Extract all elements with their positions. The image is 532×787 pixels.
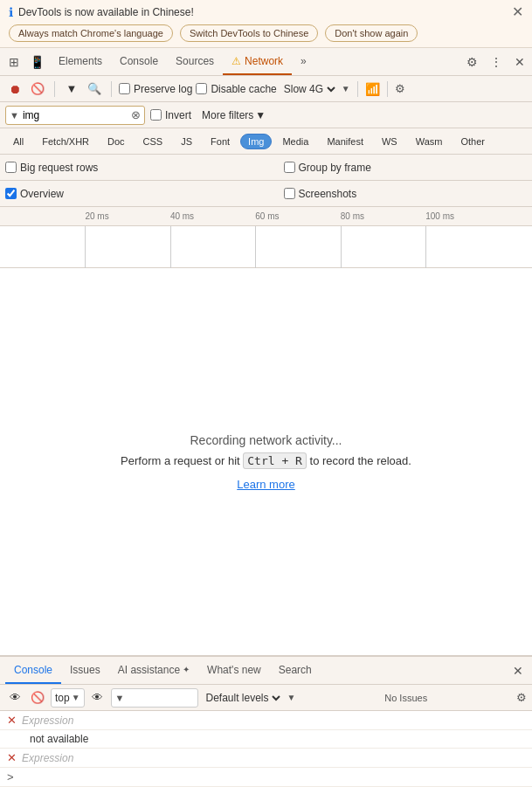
record-button[interactable]: ⏺ xyxy=(5,79,24,99)
type-filter-chip-manifest[interactable]: Manifest xyxy=(319,134,371,149)
ruler-mark-20ms: 20 ms xyxy=(85,211,108,221)
more-filters-button[interactable]: More filters ▼ xyxy=(197,107,271,123)
devtools-tabs: ⊞ 📱 Elements Console Sources ⚠ Network »… xyxy=(0,48,532,76)
tab-network[interactable]: ⚠ Network xyxy=(223,48,292,75)
screenshots-label[interactable]: Screenshots xyxy=(284,188,357,200)
bottom-panel: Console Issues AI assistance ✦ What's ne… xyxy=(0,655,532,787)
match-language-button[interactable]: Always match Chrome's language xyxy=(9,24,173,42)
bottom-tabs: Console Issues AI assistance ✦ What's ne… xyxy=(0,657,532,685)
network-toolbar-1: ⏺ 🚫 ▼ 🔍 Preserve log Disable cache Slow … xyxy=(0,76,532,102)
type-filter-chip-font[interactable]: Font xyxy=(203,134,238,149)
timeline-ruler: 20 ms40 ms60 ms80 ms100 ms xyxy=(0,207,532,226)
ruler-mark-60ms: 60 ms xyxy=(255,211,279,221)
eye-icon-button[interactable]: 👁 xyxy=(88,688,107,708)
more-filters-chevron-icon: ▼ xyxy=(255,109,266,121)
bottom-tab-console[interactable]: Console xyxy=(5,657,61,684)
screenshots-checkbox[interactable] xyxy=(284,188,295,199)
filter-input-wrap: ▼ ⊗ xyxy=(5,106,145,125)
network-settings-icon[interactable]: ⚙ xyxy=(395,82,405,95)
console-filter-input[interactable] xyxy=(124,692,194,704)
filter-small-icon: ▼ xyxy=(115,693,125,703)
ruler-line-80ms xyxy=(341,226,342,268)
bottom-tab-ai[interactable]: AI assistance ✦ xyxy=(109,657,198,684)
clear-console-button[interactable]: 🚫 xyxy=(28,688,47,708)
big-request-rows-checkbox[interactable] xyxy=(5,162,17,173)
filter-funnel-icon: ▼ xyxy=(10,110,19,121)
tab-sources[interactable]: Sources xyxy=(167,48,223,75)
preserve-log-label[interactable]: Preserve log xyxy=(119,83,192,95)
console-settings-button[interactable]: ⚙ xyxy=(516,691,527,704)
elements-panel-icon[interactable]: ⊞ xyxy=(3,52,24,72)
type-filter-chip-media[interactable]: Media xyxy=(274,134,316,149)
console-input[interactable] xyxy=(19,771,525,784)
subtitle-suffix: to record the reload. xyxy=(310,454,411,467)
notification-close-button[interactable]: ✕ xyxy=(512,5,523,19)
notification-message: DevTools is now available in Chinese! xyxy=(18,6,194,18)
type-filter-chip-doc[interactable]: Doc xyxy=(100,134,133,149)
timeline-content xyxy=(0,226,532,267)
console-expression-placeholder-1[interactable]: Expression xyxy=(22,715,73,727)
empty-state-title: Recording network activity... xyxy=(190,433,342,447)
console-not-available: not available xyxy=(30,733,88,745)
separator-1 xyxy=(54,81,55,97)
type-filter-chip-all[interactable]: All xyxy=(5,134,31,149)
filter-button[interactable]: ▼ xyxy=(62,79,81,99)
clear-button[interactable]: 🚫 xyxy=(28,79,47,99)
console-line-4: > xyxy=(0,768,532,787)
separator-3 xyxy=(357,81,358,97)
close-bottom-panel-button[interactable]: ✕ xyxy=(509,662,527,680)
bottom-tab-search[interactable]: Search xyxy=(270,657,321,684)
type-filter-chip-other[interactable]: Other xyxy=(453,134,493,149)
search-button[interactable]: 🔍 xyxy=(85,79,104,99)
empty-state: Recording network activity... Perform a … xyxy=(0,268,532,655)
big-request-rows-label[interactable]: Big request rows xyxy=(5,162,98,174)
device-mode-icon[interactable]: 📱 xyxy=(24,52,50,72)
type-filter-chip-wasm[interactable]: Wasm xyxy=(408,134,451,149)
console-expression-placeholder-2[interactable]: Expression xyxy=(22,752,73,764)
wifi-icon: 📶 xyxy=(365,82,380,96)
disable-cache-checkbox[interactable] xyxy=(196,83,207,94)
context-label: top xyxy=(55,692,70,704)
option-left: Big request rows xyxy=(5,162,249,174)
invert-label[interactable]: Invert xyxy=(150,109,191,121)
type-filter-chip-fetch/xhr[interactable]: Fetch/XHR xyxy=(34,134,97,149)
type-filter-chip-ws[interactable]: WS xyxy=(374,134,405,149)
tab-more[interactable]: » xyxy=(292,48,315,75)
console-line-2: not available xyxy=(0,730,532,749)
group-by-frame-label[interactable]: Group by frame xyxy=(284,162,371,174)
learn-more-link[interactable]: Learn more xyxy=(237,478,294,491)
bottom-tab-whats-new[interactable]: What's new xyxy=(198,657,270,684)
tab-console[interactable]: Console xyxy=(111,48,167,75)
dont-show-again-button[interactable]: Don't show again xyxy=(325,24,418,42)
empty-state-subtitle: Perform a request or hit Ctrl + R to rec… xyxy=(121,454,411,467)
create-live-expression-button[interactable]: 👁 xyxy=(5,688,24,708)
ruler-mark-100ms: 100 ms xyxy=(425,211,454,221)
type-filter-chip-css[interactable]: CSS xyxy=(135,134,171,149)
invert-checkbox[interactable] xyxy=(150,109,162,121)
ruler-line-60ms xyxy=(255,226,256,268)
disable-cache-label[interactable]: Disable cache xyxy=(196,83,276,95)
console-error-icon-2: ✕ xyxy=(7,751,17,764)
overview-checkbox[interactable] xyxy=(5,188,17,199)
type-filter-chip-js[interactable]: JS xyxy=(173,134,200,149)
clear-filter-button[interactable]: ⊗ xyxy=(131,109,141,121)
filter-input[interactable] xyxy=(23,109,128,121)
settings-button[interactable]: ⚙ xyxy=(463,53,481,71)
throttle-select[interactable]: Slow 4G xyxy=(280,82,338,96)
console-error-icon-1: ✕ xyxy=(7,714,17,727)
type-filter-chip-img[interactable]: Img xyxy=(240,134,272,149)
separator-2 xyxy=(111,81,112,97)
switch-language-button[interactable]: Switch DevTools to Chinese xyxy=(180,24,318,42)
options-row: Big request rows Group by frame xyxy=(0,155,532,181)
ruler-line-20ms xyxy=(85,226,86,268)
tab-elements[interactable]: Elements xyxy=(50,48,111,75)
log-levels-select[interactable]: Default levels xyxy=(202,691,283,705)
close-devtools-button[interactable]: ✕ xyxy=(511,53,529,71)
console-prompt-icon[interactable]: > xyxy=(7,770,14,784)
group-by-frame-checkbox[interactable] xyxy=(284,162,295,173)
timeline-area: 20 ms40 ms60 ms80 ms100 ms xyxy=(0,207,532,268)
more-options-button[interactable]: ⋮ xyxy=(487,53,506,71)
overview-label[interactable]: Overview xyxy=(5,188,64,200)
bottom-tab-issues[interactable]: Issues xyxy=(61,657,109,684)
preserve-log-checkbox[interactable] xyxy=(119,83,130,94)
